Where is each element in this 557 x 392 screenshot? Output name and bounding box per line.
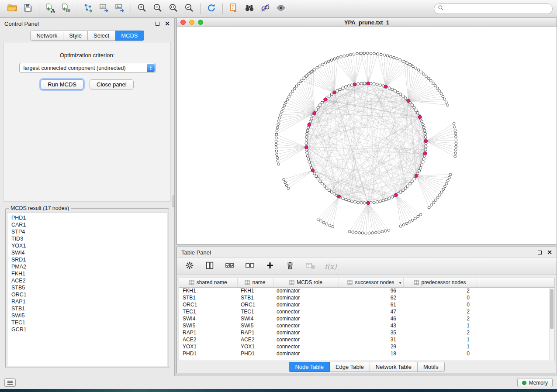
mcds-result-item[interactable]: ACE2 xyxy=(7,277,167,284)
mcds-result-item[interactable]: TEC1 xyxy=(7,319,167,326)
table-cell[interactable]: YOX1 xyxy=(179,343,237,350)
mcds-result-item[interactable]: RAP1 xyxy=(7,298,167,305)
table-cell[interactable]: 46 xyxy=(339,315,403,322)
mcds-result-item[interactable]: SRD1 xyxy=(7,256,167,263)
tab-node-table[interactable]: Node Table xyxy=(289,362,330,372)
network-search-field[interactable] xyxy=(434,3,553,14)
table-cell[interactable]: SWI5 xyxy=(237,322,273,329)
table-cell[interactable]: 18 xyxy=(339,350,403,357)
criterion-dropdown[interactable]: largest connected component (undirected)… xyxy=(19,63,156,73)
select-all-rows-button[interactable] xyxy=(224,261,235,272)
table-cell[interactable]: TEC1 xyxy=(237,308,273,315)
table-scrollbar[interactable] xyxy=(549,288,554,360)
column-header-shared-name[interactable]: shared name xyxy=(179,278,237,287)
table-cell[interactable]: YOX1 xyxy=(237,343,273,350)
network-canvas[interactable] xyxy=(177,27,557,244)
table-cell[interactable]: FKH1 xyxy=(179,287,237,294)
mcds-result-item[interactable]: STP4 xyxy=(7,228,167,235)
table-cell[interactable]: TEC1 xyxy=(179,308,237,315)
scrollbar-thumb[interactable] xyxy=(550,289,554,329)
export-image-button[interactable] xyxy=(112,2,128,16)
column-header-name[interactable]: name xyxy=(237,278,273,287)
node-table-row[interactable]: SWI4SWI4dominator462 xyxy=(179,315,554,322)
table-cell[interactable]: connector xyxy=(273,322,339,329)
table-cell[interactable]: dominator xyxy=(273,329,339,336)
table-cell[interactable]: dominator xyxy=(273,287,339,294)
mcds-result-item[interactable]: PHD1 xyxy=(7,214,167,221)
add-column-button[interactable] xyxy=(264,261,276,272)
table-cell[interactable]: 2 xyxy=(403,315,477,322)
copy-share-button[interactable] xyxy=(226,2,242,16)
status-menu-button[interactable] xyxy=(4,378,16,387)
table-cell[interactable]: connector xyxy=(273,343,339,350)
zoom-selected-button[interactable] xyxy=(181,2,197,16)
zoom-in-button[interactable] xyxy=(134,2,150,16)
close-table-panel-icon[interactable]: ✕ xyxy=(547,249,552,255)
delete-column-button[interactable] xyxy=(284,261,296,272)
column-header-successor-nodes[interactable]: successor nodes▾ xyxy=(339,278,403,287)
table-cell[interactable]: connector xyxy=(273,308,339,315)
mcds-result-item[interactable]: SWI5 xyxy=(7,312,167,319)
table-cell[interactable]: RAP1 xyxy=(237,329,273,336)
minimize-window-icon[interactable] xyxy=(189,20,194,25)
tab-edge-table[interactable]: Edge Table xyxy=(330,362,370,372)
open-file-button[interactable] xyxy=(4,2,20,16)
memory-button[interactable]: Memory xyxy=(517,378,553,387)
zoom-window-icon[interactable] xyxy=(198,20,203,25)
mcds-result-item[interactable]: GCR1 xyxy=(7,326,167,333)
float-table-panel-icon[interactable] xyxy=(538,251,542,254)
network-graph[interactable] xyxy=(177,27,557,244)
save-session-button[interactable] xyxy=(20,2,36,16)
mcds-result-item[interactable]: SWI4 xyxy=(7,249,167,256)
table-cell[interactable]: SWI4 xyxy=(237,315,273,322)
tab-mcds[interactable]: MCDS xyxy=(115,31,144,41)
table-cell[interactable]: 62 xyxy=(339,294,403,301)
table-cell[interactable]: 0 xyxy=(403,301,477,308)
run-mcds-button[interactable]: Run MCDS xyxy=(41,79,83,89)
node-table-row[interactable]: ORC1ORC1dominator610 xyxy=(179,301,554,308)
panel-splitter-handle[interactable] xyxy=(173,196,175,207)
table-cell[interactable]: SWI5 xyxy=(179,322,237,329)
toggle-graphics-details-button[interactable] xyxy=(257,2,273,16)
table-cell[interactable]: PHD1 xyxy=(237,350,273,357)
export-table-button[interactable] xyxy=(96,2,112,16)
tab-select[interactable]: Select xyxy=(88,31,115,41)
table-cell[interactable]: dominator xyxy=(273,294,339,301)
table-cell[interactable]: 2 xyxy=(403,308,477,315)
zoom-out-button[interactable] xyxy=(150,2,166,16)
table-cell[interactable]: 29 xyxy=(339,343,403,350)
node-table-row[interactable]: SWI5SWI5connector431 xyxy=(179,322,554,329)
table-cell[interactable]: 43 xyxy=(339,322,403,329)
node-table-row[interactable]: FKH1FKH1dominator962 xyxy=(179,287,554,294)
tab-motifs[interactable]: Motifs xyxy=(418,362,445,372)
table-cell[interactable]: STB1 xyxy=(237,294,273,301)
mcds-result-item[interactable]: TID3 xyxy=(7,235,167,242)
table-cell[interactable]: 47 xyxy=(339,308,403,315)
tab-style[interactable]: Style xyxy=(63,31,88,41)
table-cell[interactable]: 0 xyxy=(403,294,477,301)
show-columns-button[interactable] xyxy=(204,261,215,272)
mcds-result-item[interactable]: STB5 xyxy=(7,284,167,291)
node-table-row[interactable]: STB1STB1dominator620 xyxy=(179,294,554,301)
table-cell[interactable]: connector xyxy=(273,336,339,343)
node-table-row[interactable]: PHD1PHD1dominator180 xyxy=(179,350,554,357)
table-cell[interactable]: 61 xyxy=(339,301,403,308)
refresh-view-button[interactable] xyxy=(204,2,219,16)
table-cell[interactable]: RAP1 xyxy=(179,329,237,336)
table-cell[interactable]: ORC1 xyxy=(237,301,273,308)
table-cell[interactable]: ACE2 xyxy=(237,336,273,343)
mcds-result-item[interactable]: CAR1 xyxy=(7,221,167,228)
table-cell[interactable]: STB1 xyxy=(179,294,237,301)
close-window-icon[interactable] xyxy=(180,20,186,25)
search-input[interactable] xyxy=(446,6,549,12)
import-network-button[interactable] xyxy=(42,2,58,16)
tab-network[interactable]: Network xyxy=(30,31,63,41)
mcds-result-list[interactable]: PHD1CAR1STP4TID3YOX1SWI4SRD1PMA2FKH1ACE2… xyxy=(7,213,167,366)
mcds-result-item[interactable]: STB1 xyxy=(7,305,167,312)
table-cell[interactable]: 1 xyxy=(403,343,477,350)
float-panel-icon[interactable] xyxy=(156,22,159,26)
table-settings-button[interactable] xyxy=(184,261,195,272)
column-header-predecessor-nodes[interactable]: predecessor nodes xyxy=(403,278,477,287)
export-network-button[interactable] xyxy=(80,2,96,16)
table-cell[interactable]: dominator xyxy=(273,315,339,322)
